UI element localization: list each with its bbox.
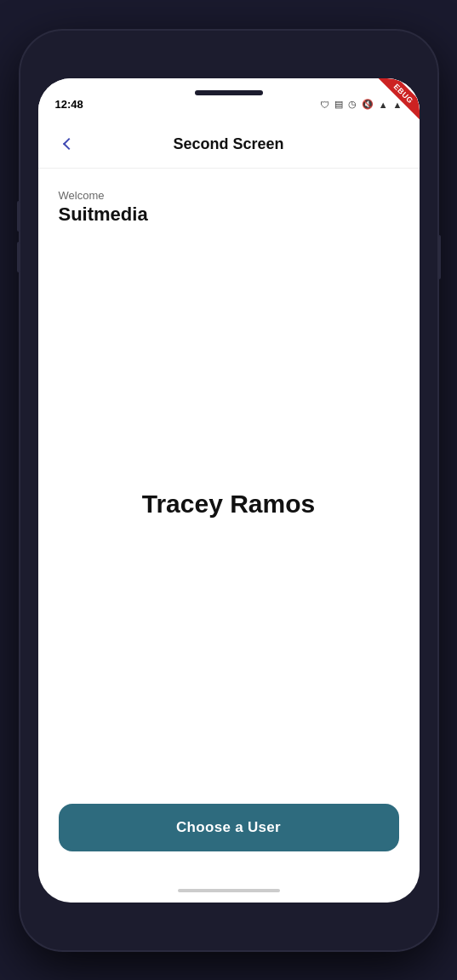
content-area: Welcome Suitmedia Tracey Ramos — [38, 169, 420, 804]
header-title: Second Screen — [173, 135, 283, 153]
status-time: 12:48 — [55, 98, 83, 111]
username-display: Suitmedia — [59, 203, 399, 226]
volume-buttons — [17, 201, 20, 272]
app-header: Second Screen — [38, 121, 420, 169]
debug-badge-container: EBUG — [368, 78, 420, 129]
speaker-bar — [195, 90, 263, 95]
power-button — [437, 235, 441, 279]
phone-screen: EBUG 12:48 🛡 ▤ ◷ 🔇 ▲ ▲ Second Screen W — [38, 78, 420, 903]
debug-badge: EBUG — [377, 78, 419, 120]
welcome-label: Welcome — [59, 189, 399, 202]
welcome-section: Welcome Suitmedia — [59, 189, 399, 226]
back-chevron-icon — [62, 138, 74, 150]
home-indicator — [38, 879, 420, 903]
shield-icon: 🛡 — [320, 100, 329, 110]
selected-user-section: Tracey Ramos — [59, 226, 399, 783]
choose-user-button[interactable]: Choose a User — [59, 804, 399, 851]
status-bar: 12:48 🛡 ▤ ◷ 🔇 ▲ ▲ — [38, 78, 420, 121]
sd-card-icon: ▤ — [334, 99, 343, 110]
phone-frame: EBUG 12:48 🛡 ▤ ◷ 🔇 ▲ ▲ Second Screen W — [20, 31, 437, 950]
home-bar — [178, 889, 280, 892]
bottom-area: Choose a User — [38, 804, 420, 879]
back-button[interactable] — [54, 130, 81, 158]
clock-icon: ◷ — [348, 99, 357, 110]
selected-user-name: Tracey Ramos — [142, 490, 315, 519]
